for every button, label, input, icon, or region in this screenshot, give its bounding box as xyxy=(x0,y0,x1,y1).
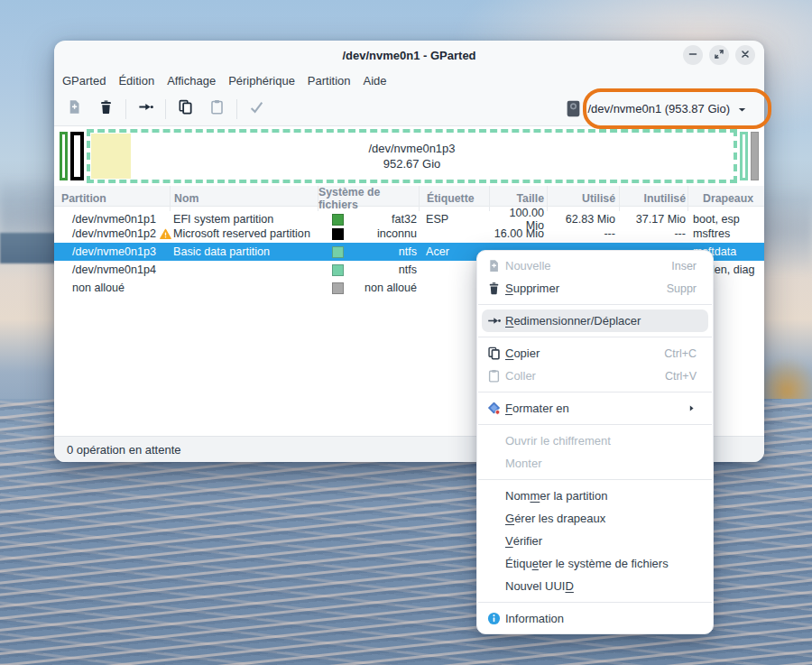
column-header-used[interactable]: Utilisé xyxy=(547,186,619,211)
table-row-dev-nvme0n1p2[interactable]: /dev/nvme0n1p2Microsoft reserved partiti… xyxy=(54,225,764,243)
column-header-flags[interactable]: Drapeaux xyxy=(687,186,764,211)
filesystem-cell: ntfs xyxy=(318,263,419,276)
chevron-down-icon xyxy=(736,102,748,115)
menu-item-shortcut: Suppr xyxy=(667,282,697,295)
partition-table-header: Partition Nom Système de fichiers Étique… xyxy=(54,186,764,207)
menu-icon-placeholder xyxy=(487,457,501,470)
menu-icon-placeholder xyxy=(487,489,501,503)
filesystem-color-swatch xyxy=(332,228,344,240)
menu-item-label: Gérer les drapeaux xyxy=(505,512,605,525)
size-cell: 16.00 Mio xyxy=(489,227,547,240)
resize-move-icon xyxy=(138,99,153,118)
flags-cell: msftres xyxy=(687,227,764,240)
menu-item-gerer-les-drapeaux[interactable]: Gérer les drapeaux xyxy=(482,507,708,530)
delete-partition-button[interactable] xyxy=(93,97,118,122)
used-space-block xyxy=(91,134,131,179)
menu-item-etiqueter-le-systeme-de-fichiers[interactable]: Étiqueter le système de fichiers xyxy=(482,552,708,575)
filesystem-cell: non alloué xyxy=(318,282,419,294)
menu-item-nouvelle[interactable]: NouvelleInser xyxy=(482,254,708,277)
partition-cell: /dev/nvme0n1p1 xyxy=(54,213,170,226)
used-cell: --- xyxy=(547,227,619,240)
toolbar: /dev/nvme0n1 (953.87 Gio) xyxy=(54,92,764,126)
titlebar[interactable]: /dev/nvme0n1 - GParted xyxy=(54,41,764,69)
menu-icon-placeholder xyxy=(487,434,501,448)
maximize-button[interactable] xyxy=(709,45,729,65)
column-header-label[interactable]: Étiquette xyxy=(419,186,489,211)
new-partition-icon xyxy=(487,259,501,272)
delete-icon xyxy=(487,282,501,295)
drive-icon xyxy=(566,100,581,117)
menubar-item-aide[interactable]: Aide xyxy=(357,69,393,92)
disk-segment-ntfs[interactable]: /dev/nvme0n1p3952.67 Gio xyxy=(87,129,737,183)
menu-icon-placeholder xyxy=(487,512,501,525)
menu-item-monter[interactable]: Monter xyxy=(482,452,708,475)
menubar-item-affichage[interactable]: Affichage xyxy=(161,69,222,92)
submenu-arrow-icon xyxy=(687,403,697,413)
minimize-button[interactable] xyxy=(683,45,703,65)
column-header-partition[interactable]: Partition xyxy=(54,186,170,211)
info-icon xyxy=(487,612,501,625)
menu-item-label: Information xyxy=(505,612,564,625)
menu-item-label: Monter xyxy=(505,457,541,470)
disk-segment-ntfs[interactable] xyxy=(740,132,748,180)
menu-item-label: Nouvelle xyxy=(505,259,551,272)
new-partition-button[interactable] xyxy=(61,97,87,122)
copy-icon xyxy=(487,346,501,360)
menubar-item-peripherique[interactable]: Périphérique xyxy=(222,69,301,92)
copy-button[interactable] xyxy=(172,97,198,122)
filesystem-color-swatch xyxy=(332,264,344,276)
disk-visual-bar: /dev/nvme0n1p3952.67 Gio xyxy=(54,126,764,186)
menu-item-redimensionner-deplacer[interactable]: Redimensionner/Déplacer xyxy=(482,309,708,332)
menu-separator xyxy=(478,392,712,393)
filesystem-color-swatch xyxy=(332,246,344,258)
menu-item-label: Copier xyxy=(505,346,540,360)
menubar-item-edition[interactable]: Édition xyxy=(112,69,161,92)
apply-button[interactable] xyxy=(244,97,269,122)
resize-move-button[interactable] xyxy=(133,97,158,122)
column-header-nom[interactable]: Nom xyxy=(170,186,318,211)
mountains-decoration xyxy=(0,233,60,263)
menu-item-copier[interactable]: CopierCtrl+C xyxy=(482,342,708,365)
apply-icon xyxy=(249,99,264,118)
menu-item-formater-en[interactable]: Formater en xyxy=(482,397,708,420)
device-selector[interactable]: /dev/nvme0n1 (953.87 Gio) xyxy=(566,100,748,117)
disk-segment-unknown[interactable] xyxy=(70,132,84,180)
unused-cell: --- xyxy=(619,227,687,240)
used-cell: 62.83 Mio xyxy=(547,213,619,226)
menubar-item-gparted[interactable]: GParted xyxy=(56,69,112,92)
menu-item-label: Vérifier xyxy=(505,534,542,548)
menu-item-verifier[interactable]: Vérifier xyxy=(482,530,708,552)
menu-item-shortcut: Inser xyxy=(671,260,697,272)
resize-move-icon xyxy=(487,314,501,328)
column-header-filesystem[interactable]: Système de fichiers xyxy=(318,186,419,211)
menu-item-coller[interactable]: CollerCtrl+V xyxy=(482,365,708,387)
partition-cell: non alloué xyxy=(54,282,170,294)
menu-item-nommer-la-partition[interactable]: Nommer la partition xyxy=(482,485,708,507)
close-button[interactable] xyxy=(735,45,755,65)
menu-separator xyxy=(478,424,712,425)
menu-icon-placeholder xyxy=(487,579,501,593)
disk-segment-fat32[interactable] xyxy=(60,132,68,180)
toolbar-separator xyxy=(236,99,237,119)
menu-item-supprimer[interactable]: SupprimerSuppr xyxy=(482,277,708,300)
maximize-icon xyxy=(714,47,724,63)
menu-item-label: Nouvel UUID xyxy=(505,579,574,593)
paste-icon xyxy=(487,369,501,383)
menu-item-shortcut: Ctrl+V xyxy=(665,370,697,383)
selected-partition-label: /dev/nvme0n1p3952.67 Gio xyxy=(368,141,455,171)
menu-icon-placeholder xyxy=(487,557,501,570)
paste-button[interactable] xyxy=(204,97,229,122)
disk-segment-unallocated[interactable] xyxy=(751,132,759,180)
menu-separator xyxy=(478,304,712,305)
menu-item-nouvel-uuid[interactable]: Nouvel UUID xyxy=(482,575,708,597)
name-cell: Basic data partition xyxy=(170,245,318,258)
partition-cell: /dev/nvme0n1p3 xyxy=(54,245,170,258)
column-header-unused[interactable]: Inutilisé xyxy=(619,186,687,211)
menubar-item-partition[interactable]: Partition xyxy=(301,69,357,92)
menu-separator xyxy=(478,602,712,603)
name-cell: Microsoft reserved partition xyxy=(170,227,318,240)
menu-item-information[interactable]: Information xyxy=(482,607,708,630)
flags-cell: boot, esp xyxy=(687,213,764,226)
menu-item-ouvrir-le-chiffrement[interactable]: Ouvrir le chiffrement xyxy=(482,429,708,452)
menu-item-label: Formater en xyxy=(505,402,569,415)
